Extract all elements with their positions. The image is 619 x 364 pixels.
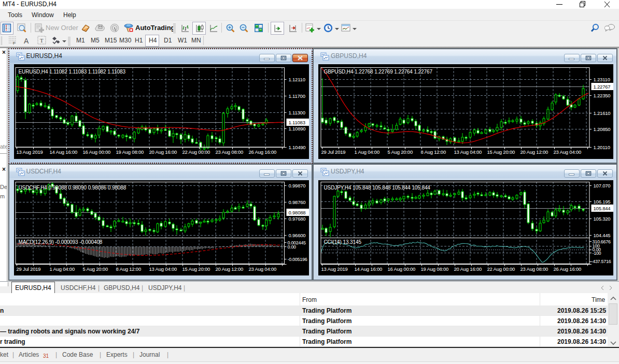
svg-text:USDJPY,H4 105.848 105.848 105: USDJPY,H4 105.848 105.848 105.844 105.84… <box>323 185 430 191</box>
svg-text:104.445: 104.445 <box>593 232 610 238</box>
svg-text:13 Aug 04:00: 13 Aug 04:00 <box>149 266 177 272</box>
svg-text:8 Aug 12:00: 8 Aug 12:00 <box>420 149 446 155</box>
svg-text:16 Aug 00:00: 16 Aug 00:00 <box>82 149 110 155</box>
svg-text:15 Aug 20:00: 15 Aug 20:00 <box>487 149 515 155</box>
svg-text:1.21610: 1.21610 <box>593 110 610 116</box>
svg-text:GBPUSD,H4 1.22768 1.22769 1.2: GBPUSD,H4 1.22768 1.22769 1.22764 1.2276… <box>323 69 432 75</box>
svg-text:105.844: 105.844 <box>593 206 610 211</box>
svg-text:26 Aug 16:00: 26 Aug 16:00 <box>248 149 276 155</box>
svg-text:13 Aug 04:00: 13 Aug 04:00 <box>454 149 482 155</box>
svg-text:16 Aug 00:00: 16 Aug 00:00 <box>387 266 415 272</box>
svg-text:0.98088: 0.98088 <box>288 210 305 215</box>
svg-text:0.00: 0.00 <box>287 244 296 250</box>
svg-text:26 Aug 16:00: 26 Aug 16:00 <box>553 266 581 272</box>
svg-text:23 Aug 04:00: 23 Aug 04:00 <box>553 149 581 155</box>
svg-text:1.11300: 1.11300 <box>288 110 305 115</box>
svg-text:1.10490: 1.10490 <box>288 144 305 150</box>
svg-text:14 Aug 16:00: 14 Aug 16:00 <box>354 266 382 272</box>
svg-text:5 Aug 20:00: 5 Aug 20:00 <box>387 149 413 155</box>
svg-text:0.96600: 0.96600 <box>288 232 305 238</box>
svg-text:1.11700: 1.11700 <box>288 93 305 99</box>
svg-text:15 Aug 20:00: 15 Aug 20:00 <box>182 266 210 272</box>
svg-text:0.99870: 0.99870 <box>288 183 305 188</box>
svg-text:USDCHF,H4 0.98088 0.98090 0.9: USDCHF,H4 0.98088 0.98090 0.98086 0.9808… <box>18 185 126 191</box>
svg-text:29 Jul 2019: 29 Jul 2019 <box>321 149 345 155</box>
svg-text:106.195: 106.195 <box>593 199 610 205</box>
svg-text:T: T <box>40 37 44 43</box>
svg-text:105.320: 105.320 <box>593 216 610 222</box>
svg-text:8 Aug 12:00: 8 Aug 12:00 <box>116 266 141 272</box>
svg-text:13 Aug 2019: 13 Aug 2019 <box>321 266 347 272</box>
svg-text:-100: -100 <box>592 251 601 256</box>
svg-text:23 Aug 04:00: 23 Aug 04:00 <box>248 266 276 272</box>
svg-text:20 Aug 12:00: 20 Aug 12:00 <box>520 149 548 155</box>
svg-text:1.22767: 1.22767 <box>593 84 610 90</box>
svg-text:20 Aug 16:00: 20 Aug 16:00 <box>149 149 177 155</box>
svg-text:1 Aug 04:00: 1 Aug 04:00 <box>49 266 75 272</box>
svg-text:5 Aug 20:00: 5 Aug 20:00 <box>82 266 108 272</box>
svg-text:23 Aug 08:00: 23 Aug 08:00 <box>215 149 243 155</box>
svg-text:23 Aug 08:00: 23 Aug 08:00 <box>520 266 548 272</box>
svg-text:-437.5716: -437.5716 <box>591 259 611 264</box>
svg-text:13 Aug 2019: 13 Aug 2019 <box>16 149 43 155</box>
svg-text:0.97680: 0.97680 <box>288 216 305 222</box>
svg-text:107.070: 107.070 <box>593 183 610 188</box>
svg-text:MACD(12,26,9) -0.000093 -0.000: MACD(12,26,9) -0.000093 -0.000408 <box>18 239 102 245</box>
svg-text:1.23110: 1.23110 <box>593 77 610 82</box>
svg-text:CCI(14) 13.3145: CCI(14) 13.3145 <box>323 239 361 245</box>
svg-text:22 Aug 00:00: 22 Aug 00:00 <box>182 149 210 155</box>
svg-text:29 Jul 2019: 29 Jul 2019 <box>16 266 40 272</box>
svg-text:19 Aug 08:00: 19 Aug 08:00 <box>420 266 448 272</box>
svg-text:1.22350: 1.22350 <box>593 93 610 98</box>
svg-text:1 Aug 04:00: 1 Aug 04:00 <box>354 149 379 155</box>
svg-text:20 Aug 12:00: 20 Aug 12:00 <box>215 266 243 272</box>
svg-text:14 Aug 16:00: 14 Aug 16:00 <box>49 149 77 155</box>
svg-text:19 Aug 08:00: 19 Aug 08:00 <box>116 149 144 155</box>
svg-text:0.98760: 0.98760 <box>288 199 305 205</box>
svg-text:1.10890: 1.10890 <box>288 126 305 132</box>
svg-text:1.20110: 1.20110 <box>593 144 610 150</box>
svg-text:EURUSD,H4 1.11082 1.11083 1.1: EURUSD,H4 1.11082 1.11083 1.11082 1.1108… <box>18 69 125 75</box>
svg-text:-0.005196: -0.005196 <box>287 257 307 262</box>
svg-text:22 Aug 00:00: 22 Aug 00:00 <box>487 266 515 272</box>
svg-text:1.20850: 1.20850 <box>593 126 610 132</box>
svg-text:F: F <box>13 41 16 45</box>
svg-text:1.11083: 1.11083 <box>288 120 305 125</box>
svg-text:20 Aug 16:00: 20 Aug 16:00 <box>454 266 482 272</box>
svg-text:1.12110: 1.12110 <box>288 77 305 82</box>
